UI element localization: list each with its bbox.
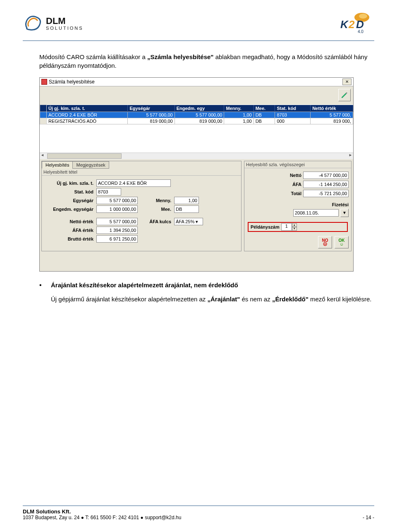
page-footer: DLM Solutions Kft. 1037 Budapest, Zay u.…	[23, 506, 374, 520]
tab-helyesbites[interactable]: Helyesbítés	[42, 161, 73, 169]
bullet-body: Új gépjármű árajánlat készítésekor alapé…	[51, 295, 374, 303]
col-header[interactable]: Menny.	[224, 105, 254, 112]
logo-left: DLM SOLUTIONS	[23, 15, 84, 31]
svg-text:D: D	[356, 18, 364, 31]
happy-face-icon: ☺	[340, 243, 344, 246]
footer-address: 1037 Budapest, Zay u. 24 ● T: 661 5500 F…	[23, 515, 181, 520]
grid-empty-area	[40, 124, 353, 153]
app-screenshot: Számla helyesbítése ✕ Új gj. kim. szla. …	[39, 77, 354, 272]
table-row[interactable]: REGISZTRÁCIÓS ADÓ 819 000,00 819 000,00 …	[40, 118, 353, 124]
egysegar-input[interactable]: 5 577 000,00	[96, 197, 138, 204]
label: Engedm. egységár	[45, 207, 95, 212]
items-grid: Új gj. kim. szla. t. Egységár Engedm. eg…	[40, 105, 353, 124]
bullet-icon: •	[39, 281, 51, 290]
engedm-input[interactable]: 1 000 000,00	[96, 205, 138, 213]
label: Egységár	[45, 198, 95, 203]
menny-input[interactable]: 1,00	[174, 197, 199, 204]
peldanyszam-input[interactable]: 1	[281, 223, 292, 231]
svg-text:K: K	[340, 18, 349, 31]
intro-paragraph: Módosító CARO számla kiállításakor a „Sz…	[39, 52, 374, 70]
peldanyszam-highlight: Példányszám 1 ▲ ▼	[248, 222, 348, 232]
window-titlebar: Számla helyesbítése ✕	[40, 78, 353, 86]
brand-sub: SOLUTIONS	[46, 26, 84, 31]
scroll-thumb[interactable]	[47, 153, 122, 159]
mee-input[interactable]: DB	[174, 205, 199, 213]
col-header[interactable]: Stat. kód	[275, 105, 311, 112]
svg-text:2: 2	[348, 18, 355, 31]
label: Mee.	[139, 207, 172, 212]
statusbar-area	[40, 253, 353, 271]
spin-up[interactable]: ▲	[292, 223, 297, 227]
label: Bruttó érték	[45, 236, 95, 241]
afakulcs-select[interactable]: ÁFA 25% ▾	[174, 218, 203, 225]
label: Fizetési	[332, 202, 349, 207]
tab-megjegyzesek[interactable]: Megjegyzések	[72, 161, 109, 169]
ok-button[interactable]: OK ☺	[335, 236, 349, 248]
window-title: Számla helyesbítése	[49, 79, 95, 85]
k2d-logo: K 2 D 4.0	[337, 12, 374, 34]
table-row[interactable]: ACCORD 2.4 EXE BŐR 5 577 000,00 5 577 00…	[40, 112, 353, 118]
label: Nettó érték	[45, 219, 95, 224]
netto-input[interactable]: 5 577 000,00	[96, 218, 138, 225]
label: ÁFA	[292, 182, 301, 187]
fiz-date[interactable]: 2008.11.05.	[293, 209, 339, 217]
fieldset-label: Helyesbített tétel	[42, 169, 241, 176]
statkod-input[interactable]: 8703	[96, 188, 121, 196]
label: Új gj. kim. szla. t.	[45, 181, 95, 186]
label: ÁFA kulcs	[139, 219, 172, 224]
col-header[interactable]: Nettó érték	[311, 105, 353, 112]
total-netto: -4 577 000,00	[303, 172, 349, 179]
edit-tool-button[interactable]	[338, 89, 351, 101]
dlm-swirl-icon	[23, 15, 43, 31]
label: ÁFA érték	[45, 228, 95, 233]
label: Menny.	[139, 198, 172, 203]
fieldset-label: Helyesbítő szla. végösszegei	[244, 161, 351, 168]
label: Nettó	[290, 173, 301, 178]
label: Stat. kód	[45, 189, 95, 194]
page-number: - 14 -	[363, 515, 374, 520]
calendar-button[interactable]: ▼	[340, 209, 349, 217]
pencil-icon	[341, 91, 348, 99]
sad-face-icon: ☹	[323, 243, 327, 246]
close-button[interactable]: ✕	[342, 79, 352, 85]
peldanyszam-label: Példányszám	[251, 224, 280, 229]
uj-gj-input[interactable]: ACCORD 2.4 EXE BŐR	[96, 179, 171, 187]
brutto-input[interactable]: 6 971 250,00	[96, 235, 138, 243]
page-header: DLM SOLUTIONS K 2 D 4.0	[23, 8, 374, 41]
label: Totál	[291, 191, 301, 196]
horizontal-scrollbar[interactable]	[40, 153, 353, 159]
afa-input[interactable]: 1 394 250,00	[96, 227, 138, 234]
app-icon	[41, 79, 47, 85]
col-header[interactable]: Engedm. egy	[175, 105, 224, 112]
brand-main: DLM	[46, 16, 66, 26]
footer-company: DLM Solutions Kft.	[23, 508, 71, 515]
col-header[interactable]: Mee.	[254, 105, 275, 112]
no-button[interactable]: NO ☹	[318, 236, 332, 248]
col-header[interactable]: Egységár	[128, 105, 175, 112]
col-header[interactable]: Új gj. kim. szla. t.	[47, 105, 128, 112]
total-sum: -5 721 250,00	[303, 190, 349, 197]
svg-text:4.0: 4.0	[358, 29, 364, 34]
down-arrow-icon: ▼	[342, 210, 347, 215]
peldanyszam-spinner[interactable]: 1 ▲ ▼	[281, 223, 297, 231]
spin-down[interactable]: ▼	[292, 227, 297, 231]
total-afa: -1 144 250,00	[303, 181, 349, 188]
bullet-title: Árajánlat készítésekor alapértelmezett á…	[51, 281, 238, 290]
